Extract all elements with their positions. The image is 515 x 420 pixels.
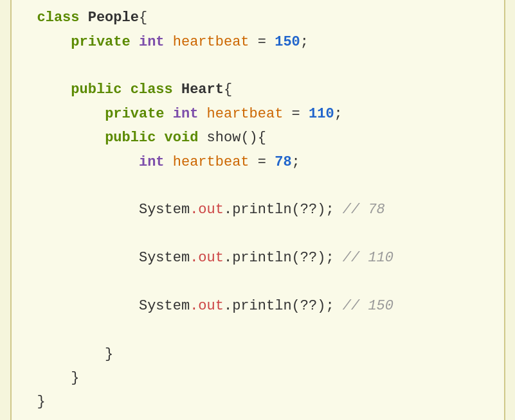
- method-show: show: [207, 130, 241, 146]
- code-line-12: }: [37, 390, 478, 414]
- code-line-6: int heartbeat = 78;: [37, 150, 478, 174]
- comment-150: // 150: [343, 298, 393, 314]
- field-heartbeat-1: heartbeat: [173, 34, 249, 50]
- code-block: class People{ private int heartbeat = 15…: [10, 0, 505, 420]
- code-line-10: }: [37, 342, 478, 366]
- class-name-people: People: [88, 10, 139, 26]
- code-line-2: private int heartbeat = 150;: [37, 30, 478, 54]
- type-int-3: int: [139, 154, 165, 170]
- code-line-3: public class Heart{: [37, 78, 478, 101]
- code-line-9: System.out.println(??); // 150: [37, 294, 478, 318]
- indent-1: [37, 34, 71, 50]
- code-line-4: private int heartbeat = 110;: [37, 102, 478, 126]
- number-150: 150: [275, 34, 300, 50]
- code-line-blank-2: [37, 174, 478, 198]
- code-line-blank-4: [37, 270, 478, 293]
- out-2: out: [198, 250, 224, 266]
- keyword-public-1: public: [71, 82, 122, 98]
- out-3: out: [198, 298, 224, 314]
- code-line-blank-1: [37, 54, 478, 78]
- system-3: System: [139, 298, 190, 314]
- field-heartbeat-2: heartbeat: [207, 106, 284, 122]
- code-line-7: System.out.println(??); // 78: [37, 198, 478, 222]
- brace-open: {: [139, 10, 147, 26]
- number-110: 110: [309, 106, 334, 122]
- code-line-8: System.out.println(??); // 110: [37, 246, 478, 270]
- code-line-1: class People{: [37, 6, 478, 30]
- code-line-5: public void show(){: [37, 126, 478, 150]
- keyword-class: class: [37, 10, 80, 26]
- keyword-private-1: private: [71, 34, 130, 50]
- class-name-heart: Heart: [181, 82, 224, 98]
- comment-110: // 110: [343, 250, 393, 266]
- system-1: System: [139, 202, 190, 218]
- keyword-private-2: private: [105, 106, 164, 122]
- keyword-public-2: public: [105, 130, 156, 146]
- type-int-1: int: [139, 34, 165, 50]
- code-line-blank-5: [37, 318, 478, 342]
- keyword-class-2: class: [131, 82, 173, 98]
- code-line-blank-3: [37, 222, 478, 246]
- number-78: 78: [275, 154, 291, 170]
- code-line-11: }: [37, 366, 478, 390]
- type-int-2: int: [173, 106, 199, 122]
- plain-text: [80, 10, 88, 26]
- field-heartbeat-3: heartbeat: [173, 154, 249, 170]
- system-2: System: [139, 250, 190, 266]
- keyword-void: void: [165, 130, 199, 146]
- out-1: out: [198, 202, 224, 218]
- comment-78: // 78: [343, 202, 385, 218]
